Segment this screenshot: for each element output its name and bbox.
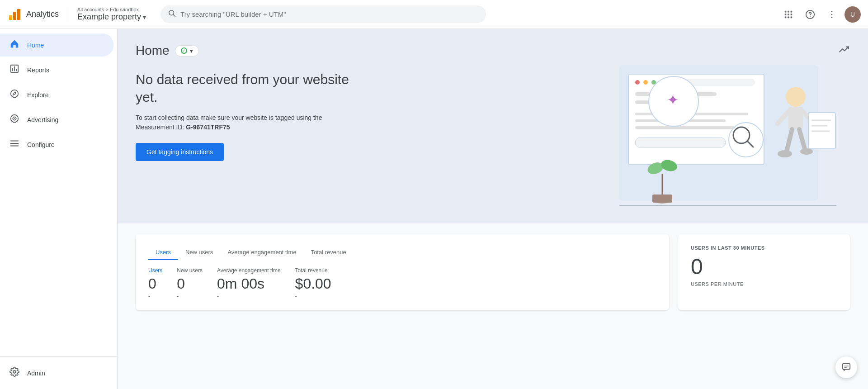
metric-users-change: - [148, 293, 162, 299]
sidebar: Home Reports Explore [0, 29, 118, 389]
property-selector[interactable]: All accounts > Edu sandbox Example prope… [77, 7, 146, 22]
chat-bubble-button[interactable] [835, 356, 857, 378]
realtime-value: 0 [691, 256, 837, 278]
admin-icon [9, 367, 20, 379]
svg-rect-12 [788, 16, 789, 18]
svg-rect-42 [635, 138, 726, 147]
stats-tab-engagement[interactable]: Average engagement time [220, 245, 303, 260]
search-icon [168, 9, 176, 19]
svg-point-34 [643, 80, 648, 85]
analytics-logo [7, 7, 22, 22]
sidebar-item-home[interactable]: Home [0, 33, 113, 57]
svg-rect-11 [785, 16, 787, 18]
breadcrumb: All accounts > Edu sandbox [77, 7, 146, 12]
stats-metrics: Users 0 - New users 0 - Average engageme… [148, 267, 656, 299]
stats-tab-revenue[interactable]: Total revenue [304, 245, 354, 260]
metric-engagement: Average engagement time 0m 00s - [217, 267, 281, 299]
svg-point-16 [831, 11, 833, 12]
sidebar-item-reports[interactable]: Reports [0, 58, 113, 81]
svg-point-17 [831, 14, 833, 15]
stats-tab-users[interactable]: Users [148, 245, 178, 260]
property-dropdown-arrow: ▾ [143, 14, 146, 21]
svg-point-15 [810, 16, 811, 17]
body-layout: Home Reports Explore [0, 29, 868, 389]
sidebar-item-configure-label: Configure [27, 141, 55, 148]
metric-new-users: New users 0 - [177, 267, 203, 299]
configure-icon [9, 138, 20, 151]
logo-area: Analytics [7, 7, 59, 22]
sidebar-item-explore[interactable]: Explore [0, 83, 113, 106]
svg-rect-7 [791, 10, 793, 12]
sidebar-item-explore-label: Explore [27, 91, 48, 99]
help-button[interactable] [801, 5, 819, 24]
metric-new-users-label: New users [177, 267, 203, 274]
svg-point-30 [13, 370, 16, 373]
sidebar-item-reports-label: Reports [27, 66, 49, 74]
nav-divider [68, 7, 68, 22]
svg-point-53 [786, 87, 806, 107]
hero-section: Home ▾ No data received from your websit… [118, 29, 868, 223]
metric-users-label: Users [148, 267, 162, 274]
sidebar-item-configure[interactable]: Configure [0, 133, 113, 156]
home-icon [9, 39, 20, 51]
sidebar-bottom: Admin [0, 356, 117, 385]
metric-new-users-value: 0 [177, 275, 203, 292]
sidebar-item-admin-label: Admin [27, 370, 45, 377]
status-dropdown-arrow: ▾ [190, 47, 193, 54]
metric-revenue-value: $0.00 [295, 275, 331, 292]
stats-tab-new-users[interactable]: New users [178, 245, 220, 260]
no-data-subtext: To start collecting data make sure your … [136, 113, 362, 132]
metric-engagement-label: Average engagement time [217, 267, 281, 274]
svg-point-63 [778, 150, 792, 157]
status-badge[interactable]: ▾ [175, 45, 199, 57]
svg-rect-13 [791, 16, 793, 18]
measurement-id: G-96741TRF75 [186, 123, 230, 131]
top-navigation: Analytics All accounts > Edu sandbox Exa… [0, 0, 868, 29]
sidebar-item-advertising[interactable]: Advertising [0, 108, 113, 131]
metric-users: Users 0 - [148, 267, 162, 299]
apps-button[interactable] [779, 5, 797, 24]
stats-tabs: Users New users Average engagement time … [148, 245, 656, 260]
reports-icon [9, 64, 20, 76]
sidebar-item-advertising-label: Advertising [27, 116, 58, 123]
svg-text:✦: ✦ [667, 92, 679, 108]
svg-point-23 [11, 90, 19, 98]
no-data-heading: No data received from your website yet. [136, 71, 362, 106]
svg-rect-54 [788, 107, 803, 129]
metric-engagement-value: 0m 00s [217, 275, 281, 292]
more-options-button[interactable] [823, 5, 841, 24]
svg-rect-5 [785, 10, 787, 12]
property-name-text: Example property [77, 12, 141, 22]
get-tagging-button[interactable]: Get tagging instructions [136, 143, 224, 161]
svg-rect-66 [843, 364, 850, 370]
hero-title: Home [136, 43, 170, 58]
svg-point-33 [635, 80, 640, 85]
app-name: Analytics [26, 9, 59, 19]
metric-new-users-change: - [177, 293, 203, 299]
search-input[interactable] [180, 10, 479, 18]
svg-rect-52 [652, 194, 672, 203]
metric-revenue-label: Total revenue [295, 267, 331, 274]
explore-icon [9, 89, 20, 101]
svg-rect-6 [788, 10, 789, 12]
svg-rect-41 [635, 126, 735, 129]
sidebar-item-home-label: Home [27, 42, 44, 49]
svg-point-26 [14, 118, 15, 119]
property-name-display[interactable]: Example property ▾ [77, 12, 146, 22]
main-stats-card: Users New users Average engagement time … [136, 234, 669, 310]
metric-revenue: Total revenue $0.00 - [295, 267, 331, 299]
metric-users-value: 0 [148, 275, 162, 292]
svg-rect-9 [788, 14, 789, 15]
svg-rect-1 [13, 12, 16, 20]
sidebar-item-admin[interactable]: Admin [0, 361, 113, 384]
svg-point-18 [831, 17, 833, 18]
svg-rect-8 [785, 14, 787, 15]
search-bar[interactable] [160, 5, 486, 23]
svg-rect-0 [9, 15, 12, 20]
topnav-actions: U [779, 5, 861, 24]
metric-revenue-change: - [295, 293, 331, 299]
svg-rect-2 [17, 9, 20, 20]
advertising-icon [9, 114, 20, 126]
stats-section: Users New users Average engagement time … [118, 223, 868, 321]
avatar[interactable]: U [844, 6, 861, 23]
